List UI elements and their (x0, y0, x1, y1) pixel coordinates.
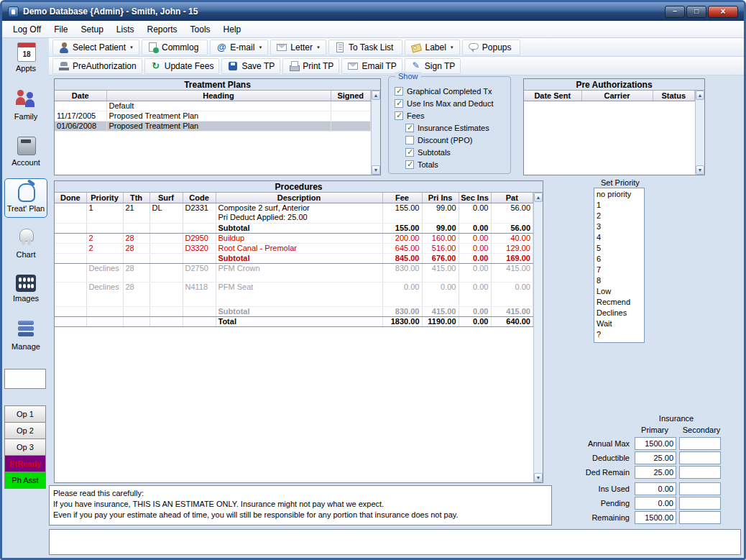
priority-option[interactable]: 8 (594, 275, 644, 286)
procedure-row[interactable]: Declines 28 N4118 PFM Seat 0.00 0.00 0.0… (55, 282, 533, 306)
insurance-primary-field[interactable]: 0.00 (635, 497, 676, 510)
toolbar-button[interactable]: Print TP (282, 58, 339, 74)
scroll-track[interactable] (534, 202, 543, 473)
show-option-checkbox[interactable]: Use Ins Max and Deduct (395, 97, 510, 109)
treatment-plans-column-header[interactable]: Heading (106, 91, 331, 101)
scroll-up-icon[interactable]: ▲ (696, 91, 704, 100)
treatment-plans-column-header[interactable]: Date (55, 91, 106, 101)
toolbar-button[interactable]: Select Patient ▼ (52, 40, 139, 55)
show-option-checkbox[interactable]: Insurance Estimates (405, 121, 510, 134)
toolbar-button[interactable]: Update Fees (144, 58, 220, 74)
procedures-column-header[interactable]: Pat (491, 193, 533, 203)
procedure-row[interactable]: Declines 28 D2750 PFM Crown 830.00 415.0… (55, 263, 533, 282)
menu-item[interactable]: Log Off (6, 22, 47, 37)
procedures-column-header[interactable]: Sec Ins (459, 193, 491, 203)
priority-option[interactable]: Declines (594, 308, 644, 318)
treatment-plan-row[interactable]: 11/17/2005 Proposed Treatment Plan (55, 111, 371, 121)
sidebar-module-button[interactable]: Manage (4, 316, 47, 356)
insurance-primary-field[interactable]: 1500.00 (635, 511, 676, 524)
operatory-item[interactable]: Op 2 (4, 422, 46, 439)
procedure-row[interactable]: 2 28 D2950 Buildup 200.00 160.00 0.00 40… (55, 233, 533, 243)
treatment-plan-note[interactable]: Please read this carefully: If you have … (49, 485, 552, 525)
procedure-row[interactable]: Total 1830.00 1190.00 0.00 640.00 (55, 316, 533, 326)
priority-option[interactable]: no priority (594, 189, 644, 200)
menu-item[interactable]: Setup (74, 22, 109, 37)
scroll-up-icon[interactable]: ▲ (534, 193, 543, 202)
bottom-note-field[interactable] (49, 529, 741, 555)
procedures-column-header[interactable]: Surf (149, 193, 183, 203)
priority-option[interactable]: 6 (594, 254, 644, 265)
procedure-row[interactable]: 1 21 DL D2331 Composite 2 surf, Anterior… (55, 203, 533, 223)
operatory-item[interactable]: Op 1 (4, 405, 46, 423)
procedures-scrollbar[interactable]: ▲ ▼ (533, 193, 543, 482)
procedures-column-header[interactable]: Fee (382, 193, 422, 203)
procedure-row[interactable]: 2 28 D3320 Root Canal - Premolar 645.00 … (55, 243, 533, 253)
priority-option[interactable]: Wait (594, 318, 644, 329)
scroll-up-icon[interactable]: ▲ (372, 91, 380, 100)
scroll-track[interactable] (696, 100, 704, 165)
insurance-primary-field[interactable]: 0.00 (635, 482, 676, 495)
treatment-plan-row[interactable]: 01/06/2008 Proposed Treatment Plan (55, 121, 371, 131)
pre-auth-column-header[interactable]: Status (653, 91, 695, 101)
procedures-column-header[interactable]: Pri Ins (422, 193, 459, 203)
priority-option[interactable]: Low (594, 286, 644, 297)
minimize-button[interactable] (665, 6, 685, 18)
treatment-plans-column-header[interactable]: Signed (331, 91, 371, 101)
procedure-row[interactable]: Subtotal 830.00 415.00 0.00 415.00 (55, 306, 533, 316)
treatment-plan-row[interactable]: Default (55, 101, 371, 111)
menu-item[interactable]: Tools (184, 22, 217, 37)
toolbar-button[interactable]: Popups (462, 40, 521, 55)
toolbar-button[interactable]: Save TP (221, 58, 280, 74)
operatory-item[interactable]: Op 3 (4, 439, 46, 456)
procedures-column-header[interactable]: Code (183, 193, 216, 203)
toolbar-button[interactable]: Email TP (341, 58, 402, 74)
insurance-primary-field[interactable]: 25.00 (635, 451, 676, 464)
procedure-row[interactable]: Subtotal 155.00 99.00 0.00 56.00 (55, 223, 533, 233)
priority-option[interactable]: 5 (594, 243, 644, 254)
menu-item[interactable]: Reports (141, 22, 184, 37)
insurance-secondary-field[interactable] (679, 482, 721, 495)
maximize-button[interactable] (686, 6, 706, 18)
insurance-secondary-field[interactable] (679, 437, 721, 450)
toolbar-button[interactable]: Letter ▼ (270, 40, 326, 55)
insurance-secondary-field[interactable] (679, 511, 721, 524)
procedures-column-header[interactable]: Tth (123, 193, 149, 203)
menu-item[interactable]: Lists (110, 22, 141, 37)
priority-option[interactable]: 3 (594, 221, 644, 232)
operatory-item[interactable]: PtReady (4, 455, 46, 472)
scroll-down-icon[interactable]: ▼ (534, 473, 543, 482)
priority-option[interactable]: Recmend (594, 297, 644, 308)
menu-item[interactable]: Help (217, 22, 248, 37)
show-option-checkbox[interactable]: Totals (405, 158, 510, 170)
pre-auth-column-header[interactable]: Carrier (581, 91, 653, 101)
procedures-column-header[interactable]: Priority (86, 193, 123, 203)
toolbar-button[interactable]: E-mail ▼ (210, 40, 268, 55)
sidebar-module-button[interactable]: Family (4, 86, 47, 126)
procedures-column-header[interactable]: Description (216, 193, 382, 203)
pre-auth-scrollbar[interactable]: ▲ ▼ (695, 91, 704, 175)
procedure-row[interactable]: Subtotal 845.00 676.00 0.00 169.00 (55, 253, 533, 263)
sidebar-module-button[interactable]: Treat' Plan (4, 178, 47, 218)
scroll-track[interactable] (372, 100, 380, 165)
toolbar-button[interactable]: Commlog (142, 40, 208, 55)
scroll-down-icon[interactable]: ▼ (372, 165, 380, 175)
pre-auth-column-header[interactable]: Date Sent (524, 91, 581, 101)
insurance-secondary-field[interactable] (679, 466, 721, 479)
sidebar-module-button[interactable]: 18 Appts (4, 40, 47, 80)
close-button[interactable] (708, 6, 738, 18)
show-option-checkbox[interactable]: Subtotals (405, 146, 510, 158)
sidebar-module-button[interactable]: Chart (4, 224, 47, 264)
insurance-primary-field[interactable]: 1500.00 (635, 437, 676, 450)
procedures-column-header[interactable]: Done (55, 193, 86, 203)
priority-option[interactable]: 7 (594, 265, 644, 275)
priority-option[interactable]: 1 (594, 200, 644, 211)
priority-option[interactable]: 4 (594, 232, 644, 243)
show-option-checkbox[interactable]: Discount (PPO) (405, 134, 510, 146)
show-option-checkbox[interactable]: Fees (395, 109, 510, 121)
toolbar-button[interactable]: To Task List (328, 40, 402, 55)
insurance-primary-field[interactable]: 25.00 (635, 466, 676, 479)
menu-item[interactable]: File (47, 22, 74, 37)
treatment-plans-scrollbar[interactable]: ▲ ▼ (371, 91, 380, 175)
toolbar-button[interactable]: PreAuthorization (52, 58, 142, 74)
priority-option[interactable]: 2 (594, 211, 644, 221)
